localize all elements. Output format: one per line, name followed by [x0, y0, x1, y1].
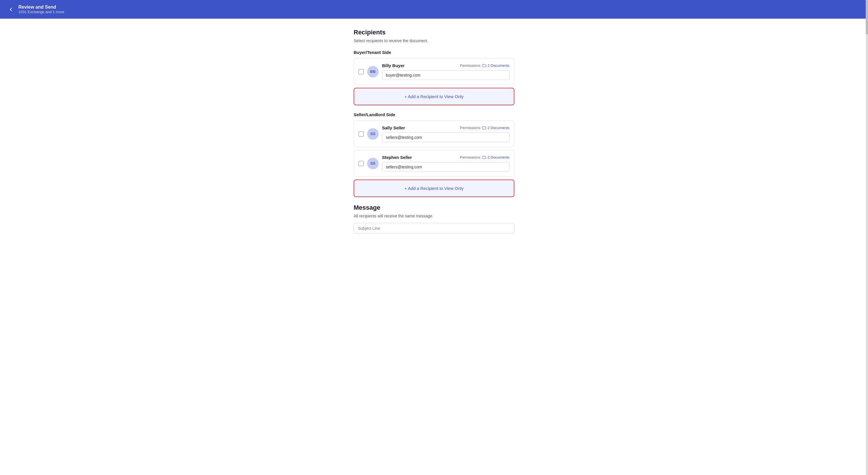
- folder-icon-stephen: [482, 156, 486, 159]
- stephen-permissions-link[interactable]: 2 Documents: [487, 155, 509, 160]
- billy-top-row: Billy Buyer Permissions: 2 Documents: [382, 63, 509, 68]
- billy-checkbox[interactable]: [359, 69, 364, 74]
- header-subtitle: 1031 Exchange and 1 more: [19, 10, 64, 14]
- recipients-description: Select recipients to receive the documen…: [353, 38, 515, 43]
- folder-icon: [482, 64, 486, 67]
- subject-line-input[interactable]: [353, 223, 515, 234]
- stephen-checkbox[interactable]: [359, 161, 364, 166]
- buyer-side-label: Buyer/Tenant Side: [353, 50, 515, 55]
- billy-info: Billy Buyer Permissions: 2 Documents: [382, 63, 509, 80]
- billy-name: Billy Buyer: [382, 63, 404, 68]
- recipient-card-sally: SS Sally Seller Permissions: 2 Documents: [353, 121, 515, 147]
- add-recipient-buyer-button[interactable]: + Add a Recipient to View Only: [353, 88, 515, 105]
- recipient-card-stephen: SS Stephen Seller Permissions: 2 Documen…: [353, 150, 515, 177]
- recipient-card-billy: BB Billy Buyer Permissions: 2 Documents: [353, 58, 515, 85]
- back-button[interactable]: [7, 5, 15, 13]
- recipients-title: Recipients: [353, 29, 515, 36]
- stephen-info: Stephen Seller Permissions: 2 Documents: [382, 155, 509, 172]
- scrollbar-thumb[interactable]: [866, 0, 868, 34]
- sally-top-row: Sally Seller Permissions: 2 Documents: [382, 125, 509, 130]
- sally-checkbox[interactable]: [359, 131, 364, 137]
- folder-icon-sally: [482, 126, 486, 129]
- content-wrapper: Recipients Select recipients to receive …: [353, 29, 515, 458]
- main-content: Recipients Select recipients to receive …: [0, 17, 868, 475]
- sally-info: Sally Seller Permissions: 2 Documents: [382, 125, 509, 142]
- sally-avatar: SS: [367, 128, 379, 140]
- add-recipient-seller-button[interactable]: + Add a Recipient to View Only: [353, 179, 515, 197]
- message-title: Message: [353, 204, 515, 211]
- stephen-name: Stephen Seller: [382, 155, 412, 160]
- stephen-email-input[interactable]: [382, 162, 509, 172]
- billy-email-input[interactable]: [382, 70, 509, 80]
- sally-name: Sally Seller: [382, 125, 405, 130]
- header-title-group: Review and Send 1031 Exchange and 1 more: [19, 5, 64, 14]
- stephen-avatar: SS: [367, 158, 379, 169]
- header: Review and Send 1031 Exchange and 1 more: [0, 0, 868, 19]
- header-title: Review and Send: [19, 5, 64, 10]
- billy-permissions: Permissions: 2 Documents: [460, 63, 509, 68]
- stephen-permissions: Permissions: 2 Documents: [460, 155, 509, 160]
- billy-permissions-link[interactable]: 2 Documents: [487, 63, 509, 68]
- stephen-top-row: Stephen Seller Permissions: 2 Documents: [382, 155, 509, 160]
- message-description: All recipients will receive the same mes…: [353, 214, 515, 218]
- billy-avatar: BB: [367, 66, 379, 77]
- seller-side-label: Seller/Landlord Side: [353, 112, 515, 117]
- sally-permissions-link[interactable]: 2 Documents: [487, 126, 509, 130]
- sally-permissions: Permissions: 2 Documents: [460, 126, 509, 130]
- scrollbar-track: [866, 0, 868, 475]
- sally-email-input[interactable]: [382, 133, 509, 142]
